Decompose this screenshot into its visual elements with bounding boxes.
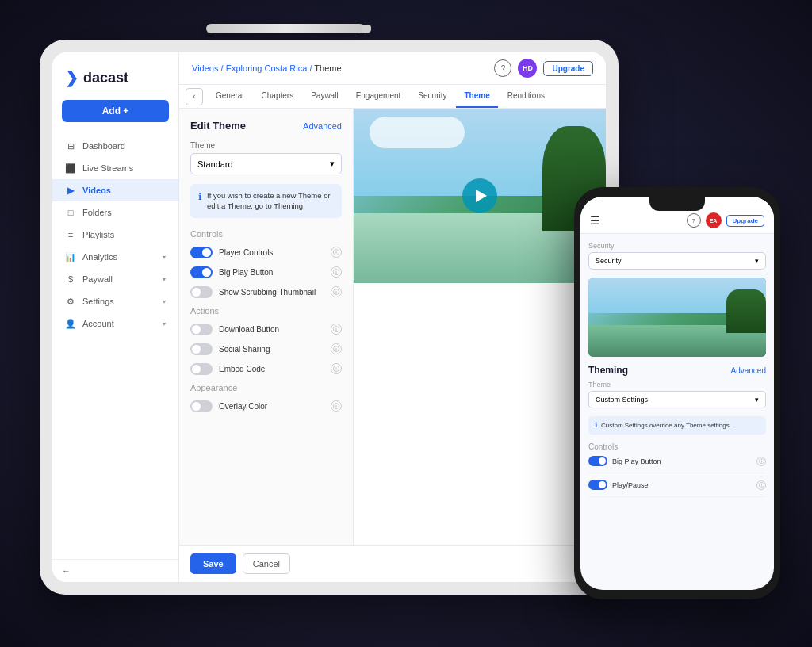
paywall-icon: $ xyxy=(65,274,76,285)
phone-controls-label: Controls xyxy=(588,442,766,451)
info-circle-icon[interactable]: ⓘ xyxy=(331,247,342,258)
phone-help-icon[interactable]: ? xyxy=(687,213,701,228)
dashboard-icon: ⊞ xyxy=(65,140,76,151)
theme-field-label: Theme xyxy=(190,141,342,150)
sidebar-item-playlists[interactable]: ≡ Playlists xyxy=(52,224,178,246)
info-circle-icon[interactable]: ⓘ xyxy=(331,343,342,354)
info-circle-icon[interactable]: ⓘ xyxy=(331,400,342,412)
phone-top-actions: ? EA Upgrade xyxy=(687,212,764,228)
tab-renditions[interactable]: Renditions xyxy=(500,85,553,108)
phone-user-avatar[interactable]: EA xyxy=(706,212,722,228)
breadcrumb-exploring[interactable]: Exploring Costa Rica xyxy=(226,63,308,73)
save-button[interactable]: Save xyxy=(190,553,236,574)
phone-theming-title: Theming xyxy=(588,365,628,376)
sidebar-item-videos[interactable]: ▶ Videos xyxy=(52,179,178,201)
phone-big-play-toggle[interactable] xyxy=(588,456,607,466)
control-left: Social Sharing xyxy=(190,343,270,355)
sidebar-item-label: Folders xyxy=(82,208,112,217)
chevron-down-icon: ▾ xyxy=(755,396,759,404)
info-circle-icon[interactable]: ⓘ xyxy=(331,363,342,374)
help-icon[interactable]: ? xyxy=(494,59,511,77)
player-controls-toggle[interactable] xyxy=(190,247,213,258)
tab-engagement[interactable]: Engagement xyxy=(348,85,409,108)
main-content: Videos / Exploring Costa Rica / Theme ? … xyxy=(179,52,606,582)
overlay-toggle[interactable] xyxy=(190,400,213,412)
panel-footer: Save Cancel xyxy=(179,545,606,582)
cancel-button[interactable]: Cancel xyxy=(243,553,290,574)
sidebar-item-livestreams[interactable]: ⬛ Live Streams xyxy=(52,157,178,179)
panel-header: Edit Theme Advanced xyxy=(190,120,342,132)
info-icon: ℹ xyxy=(198,191,202,202)
theme-select-value: Standard xyxy=(197,159,233,169)
control-row-scrubbing: Show Scrubbing Thumbnail ⓘ xyxy=(190,286,342,298)
control-row-player-controls: Player Controls ⓘ xyxy=(190,247,342,258)
phone-play-pause-toggle[interactable] xyxy=(588,480,607,490)
sidebar-item-analytics[interactable]: 📊 Analytics ▾ xyxy=(52,246,178,268)
info-circle-icon[interactable]: ⓘ xyxy=(331,286,342,297)
phone-upgrade-button[interactable]: Upgrade xyxy=(726,215,764,227)
scrubbing-toggle[interactable] xyxy=(190,286,213,298)
control-left: Player Controls xyxy=(190,247,273,258)
tabs-bar: ‹ General Chapters Paywall Engagement Se… xyxy=(179,85,606,109)
upgrade-button[interactable]: Upgrade xyxy=(543,61,593,76)
sidebar-item-label: Videos xyxy=(82,186,111,195)
social-toggle[interactable] xyxy=(190,343,213,355)
sidebar-item-paywall[interactable]: $ Paywall ▾ xyxy=(52,268,178,290)
tab-theme[interactable]: Theme xyxy=(456,85,497,108)
sidebar-item-dashboard[interactable]: ⊞ Dashboard xyxy=(52,135,178,157)
theme-select[interactable]: Standard ▾ xyxy=(190,153,342,174)
sidebar-item-account[interactable]: 👤 Account ▾ xyxy=(52,312,178,335)
sidebar-item-settings[interactable]: ⚙ Settings ▾ xyxy=(52,290,178,312)
advanced-link[interactable]: Advanced xyxy=(303,121,342,131)
phone-theming-header: Theming Advanced xyxy=(588,365,766,376)
phone-theme-select[interactable]: Custom Settings ▾ xyxy=(588,391,766,408)
phone-notch xyxy=(649,197,705,211)
content-area: Edit Theme Advanced Theme Standard ▾ ℹ I… xyxy=(179,109,606,545)
phone-control-left: Big Play Button xyxy=(588,456,661,466)
stylus-pencil xyxy=(206,24,365,33)
phone-info-text: Custom Settings override any Theme setti… xyxy=(601,421,731,430)
sidebar-item-folders[interactable]: □ Folders xyxy=(52,201,178,224)
tab-paywall[interactable]: Paywall xyxy=(303,85,346,108)
sidebar-item-label: Account xyxy=(82,319,114,328)
user-initials: HD xyxy=(523,64,533,72)
control-left: Embed Code xyxy=(190,363,265,375)
hamburger-menu-icon[interactable]: ☰ xyxy=(590,214,600,227)
tab-chapters[interactable]: Chapters xyxy=(254,85,302,108)
download-toggle[interactable] xyxy=(190,324,213,335)
security-label: Security xyxy=(588,242,766,250)
chevron-down-icon: ▾ xyxy=(163,320,166,327)
breadcrumb-videos[interactable]: Videos xyxy=(192,63,218,73)
sidebar-item-label: Settings xyxy=(82,297,114,306)
phone-advanced-link[interactable]: Advanced xyxy=(731,366,766,375)
phone-control-label: Big Play Button xyxy=(612,457,661,465)
control-row-embed: Embed Code ⓘ xyxy=(190,363,342,375)
big-play-toggle[interactable] xyxy=(190,266,213,278)
appearance-section-label: Appearance xyxy=(190,383,342,392)
play-button[interactable] xyxy=(462,178,497,213)
logo-icon: ❯ xyxy=(65,68,79,87)
info-circle-icon[interactable]: ⓘ xyxy=(331,324,342,335)
phone-control-row-play-pause: Play/Pause ⓘ xyxy=(588,480,766,497)
control-left: Big Play Button xyxy=(190,266,273,278)
tab-security[interactable]: Security xyxy=(410,85,454,108)
add-button[interactable]: Add + xyxy=(62,100,169,122)
phone-info-circle-icon[interactable]: ⓘ xyxy=(756,457,766,466)
videos-icon: ▶ xyxy=(65,185,76,196)
user-avatar[interactable]: HD xyxy=(518,59,537,78)
phone-info-circle-icon[interactable]: ⓘ xyxy=(756,480,766,490)
control-label: Download Button xyxy=(219,325,279,334)
back-tab-button[interactable]: ‹ xyxy=(186,88,203,105)
security-select[interactable]: Security ▾ xyxy=(588,252,766,270)
phone-info-icon: ℹ xyxy=(595,421,597,429)
playlists-icon: ≡ xyxy=(65,229,76,240)
security-select-value: Security xyxy=(596,257,622,265)
info-circle-icon[interactable]: ⓘ xyxy=(331,266,342,278)
embed-toggle[interactable] xyxy=(190,363,213,375)
chevron-down-icon: ▾ xyxy=(755,257,759,265)
tab-general[interactable]: General xyxy=(208,85,252,108)
help-text: ? xyxy=(501,64,506,73)
breadcrumb-sep2: / xyxy=(309,63,312,73)
breadcrumb-sep1: / xyxy=(221,63,224,73)
back-button-sidebar[interactable]: ← xyxy=(62,566,169,576)
